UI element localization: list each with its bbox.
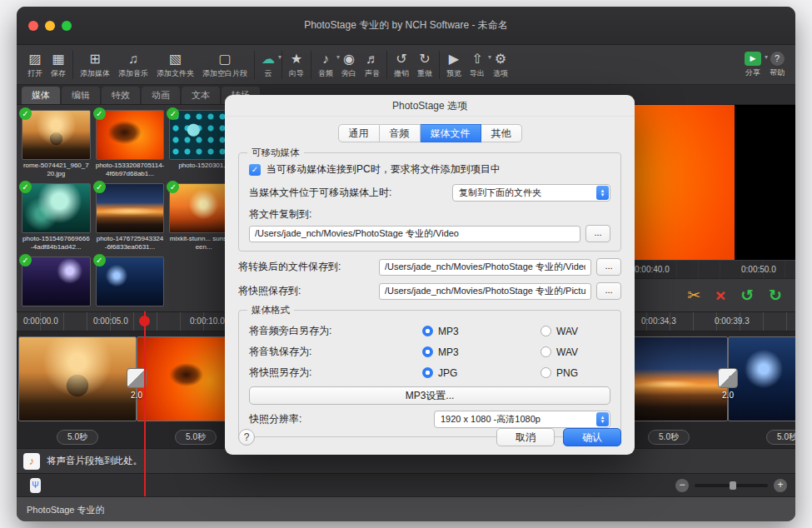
- snapshot-folder-field[interactable]: [379, 283, 591, 300]
- tab-animation[interactable]: 动画: [142, 87, 180, 104]
- media-item[interactable]: ✓ photo-1533208705114-4f6b97d68ab1...: [96, 110, 165, 178]
- zoom-out-button[interactable]: −: [675, 479, 689, 492]
- photo-thumbnail: [96, 257, 165, 306]
- redo-button[interactable]: ↻重做: [413, 47, 436, 83]
- tab-media[interactable]: 媒体: [22, 87, 60, 104]
- sound-button[interactable]: ♬声音: [361, 47, 384, 83]
- radio-selected-icon[interactable]: [422, 326, 433, 336]
- snapshot-png-option[interactable]: PNG: [541, 367, 578, 379]
- copy-to-field[interactable]: [249, 226, 580, 242]
- media-item[interactable]: ✓ rome-5074421_960_720.jpg: [22, 110, 91, 178]
- narration-track[interactable]: Ψ − +: [17, 473, 795, 496]
- add-folder-button[interactable]: ▧添加文件夹: [152, 47, 198, 83]
- timeline-redo-button[interactable]: ↻: [769, 286, 782, 305]
- resolution-dropdown[interactable]: 1920 x 1080 -高清1080p ▲▼: [434, 411, 610, 428]
- wizard-icon: ★: [291, 51, 302, 67]
- preview-icon: ▶: [449, 51, 459, 67]
- add-media-button[interactable]: ⊞添加媒体: [76, 47, 114, 83]
- tab-text[interactable]: 文本: [182, 87, 220, 104]
- zoom-button[interactable]: [62, 21, 72, 31]
- add-folder-icon: ▧: [169, 51, 182, 67]
- removable-media-dropdown[interactable]: 复制到下面的文件夹 ▲▼: [452, 184, 610, 202]
- audio-button[interactable]: ▾♪音频: [314, 47, 337, 83]
- cloud-button[interactable]: ▾☁云: [257, 47, 279, 83]
- undo-button[interactable]: ↺撤销: [390, 47, 413, 83]
- window-title: PhotoStage 专业的 by NCH Software - 未命名: [17, 18, 795, 32]
- removable-media-group: 可移动媒体 ✓ 当可移动媒体连接到PC时，要求将文件添加到项目中 当媒体文件位于…: [238, 152, 621, 252]
- tab-edit[interactable]: 编辑: [62, 87, 100, 104]
- options-button[interactable]: ⚙选项: [489, 47, 512, 83]
- narration-button[interactable]: ◉旁白: [337, 47, 361, 83]
- timeline-clip[interactable]: [728, 336, 795, 421]
- photo-thumbnail: [96, 183, 165, 233]
- preview-button[interactable]: ▶预览: [442, 47, 466, 83]
- timeline-undo-button[interactable]: ↺: [740, 286, 754, 305]
- delete-clip-button[interactable]: ×: [715, 288, 725, 303]
- share-button[interactable]: ▾▶分享: [740, 47, 765, 83]
- photo-thumbnail: [22, 110, 91, 160]
- converted-files-field[interactable]: [379, 259, 591, 276]
- confirm-button[interactable]: 确认: [563, 428, 621, 446]
- tab-audio[interactable]: 音频: [380, 124, 421, 142]
- add-blank-clip-button[interactable]: ▢添加空白片段: [198, 47, 252, 83]
- check-icon: ✓: [93, 107, 106, 120]
- dialog-help-button[interactable]: ?: [238, 429, 255, 446]
- mp3-settings-button[interactable]: MP3设置...: [249, 386, 610, 405]
- media-item[interactable]: ✓ photo-1515467669666-4adf84b1ad42...: [22, 183, 91, 252]
- field-label: 将快照另存为:: [249, 366, 422, 380]
- radio-icon[interactable]: [541, 326, 551, 336]
- radio-icon[interactable]: [541, 346, 551, 357]
- radio-selected-icon[interactable]: [422, 367, 433, 378]
- check-icon: ✓: [19, 181, 32, 193]
- zoom-slider[interactable]: [695, 484, 768, 487]
- zoom-in-button[interactable]: +: [774, 479, 787, 492]
- playhead[interactable]: [144, 311, 146, 496]
- playhead-handle[interactable]: [139, 316, 150, 326]
- media-item[interactable]: ✓: [96, 257, 165, 311]
- narration-mp3-option[interactable]: MP3: [422, 326, 541, 337]
- snapshot-jpg-option[interactable]: JPG: [422, 367, 541, 379]
- media-filename: photo-1515467669666-4adf84b1ad42...: [22, 235, 91, 252]
- export-button[interactable]: ▾⇧导出: [466, 47, 489, 83]
- open-button[interactable]: ▨打开: [23, 47, 47, 83]
- timeline-clip[interactable]: [18, 336, 137, 421]
- cloud-icon: ☁: [262, 51, 275, 67]
- timecode-label: 0:00:50.0: [741, 265, 776, 274]
- field-label: 将音频旁白另存为:: [249, 324, 422, 338]
- help-button[interactable]: ?帮助: [765, 47, 789, 83]
- media-item[interactable]: ✓: [22, 257, 91, 311]
- undo-icon: ↺: [396, 51, 406, 67]
- dialog-body: 可移动媒体 ✓ 当可移动媒体连接到PC时，要求将文件添加到项目中 当媒体文件位于…: [225, 152, 635, 437]
- browse-converted-button[interactable]: ...: [596, 258, 621, 276]
- transition-icon[interactable]: [718, 368, 738, 388]
- group-label: 可移动媒体: [247, 147, 304, 159]
- media-item[interactable]: ✓ photo-1476725943324-6f6833ea0631...: [96, 183, 165, 252]
- dialog-tab-bar: 通用 音频 媒体文件 其他: [225, 124, 635, 142]
- split-clip-button[interactable]: ✂: [687, 286, 700, 305]
- narration-wav-option[interactable]: WAV: [541, 326, 578, 337]
- add-music-button[interactable]: ♫添加音乐: [114, 47, 152, 83]
- save-button[interactable]: ▦保存: [47, 47, 70, 83]
- wizard-button[interactable]: ★向导: [285, 47, 308, 83]
- tab-media-files[interactable]: 媒体文件: [421, 124, 481, 142]
- checkbox-label: 当可移动媒体连接到PC时，要求将文件添加到项目中: [267, 162, 501, 177]
- audiotrack-mp3-option[interactable]: MP3: [422, 346, 541, 358]
- minimize-button[interactable]: [45, 21, 55, 31]
- cancel-button[interactable]: 取消: [496, 428, 555, 446]
- close-button[interactable]: [28, 21, 38, 31]
- open-icon: ▨: [28, 51, 41, 67]
- dialog-footer: ? 取消 确认: [238, 428, 621, 446]
- tab-effects[interactable]: 特效: [102, 87, 140, 104]
- pc-connect-checkbox[interactable]: ✓: [249, 164, 261, 176]
- timecode-label: 0:00:05.0: [93, 316, 128, 326]
- radio-icon[interactable]: [541, 367, 551, 378]
- audiotrack-wav-option[interactable]: WAV: [541, 346, 578, 358]
- zoom-slider-handle[interactable]: [730, 481, 736, 490]
- tab-other[interactable]: 其他: [481, 124, 522, 142]
- snapshot-format-row: 将快照另存为: JPG PNG: [249, 366, 610, 380]
- browse-snapshot-button[interactable]: ...: [596, 282, 621, 300]
- browse-copy-button[interactable]: ...: [585, 225, 610, 242]
- radio-selected-icon[interactable]: [422, 346, 433, 357]
- help-icon: ?: [770, 52, 785, 66]
- tab-general[interactable]: 通用: [338, 124, 380, 142]
